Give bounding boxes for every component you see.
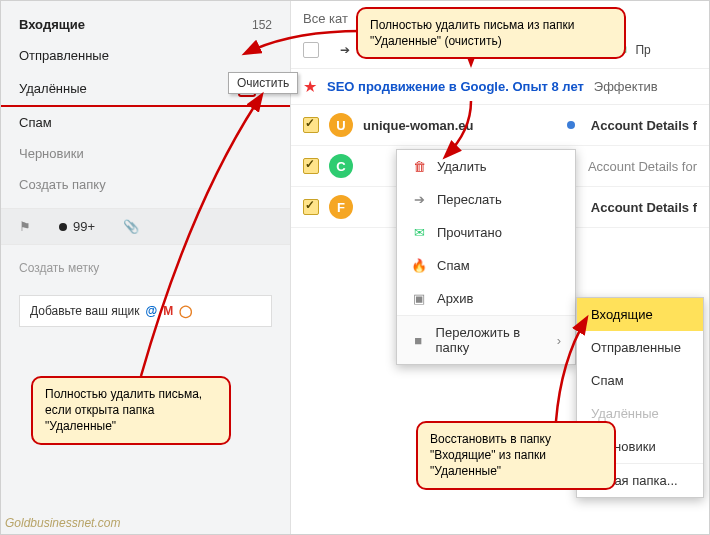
folder-create[interactable]: Создать папку <box>1 169 290 200</box>
folder-inbox[interactable]: Входящие 152 <box>1 9 290 40</box>
create-label[interactable]: Создать метку <box>1 245 290 291</box>
sender: unique-woman.eu <box>363 118 503 133</box>
folder-drafts[interactable]: Черновики <box>1 138 290 169</box>
subject: Account Details for <box>588 159 697 174</box>
sidebar-tags: ⚑ 99+ 📎 <box>1 208 290 245</box>
forward-icon: ➔ <box>411 192 427 207</box>
context-menu: 🗑Удалить ➔Переслать ✉Прочитано 🔥Спам ▣Ар… <box>396 149 576 365</box>
menu-archive[interactable]: ▣Архив <box>397 282 575 315</box>
fire-icon: 🔥 <box>411 258 427 273</box>
add-mailbox[interactable]: Добавьте ваш ящик @ M ◯ <box>19 295 272 327</box>
row-checkbox[interactable] <box>303 117 319 133</box>
avatar: C <box>329 154 353 178</box>
watermark: Goldbusinessnet.com <box>5 516 120 530</box>
row-checkbox[interactable] <box>303 158 319 174</box>
unread-badge[interactable]: 99+ <box>59 219 95 234</box>
avatar: U <box>329 113 353 137</box>
subject: Account Details f <box>591 200 697 215</box>
clear-tooltip: Очистить <box>228 72 298 94</box>
unread-dot-icon <box>567 121 575 129</box>
archive-icon: ▣ <box>411 291 427 306</box>
trash-icon: 🗑 <box>411 159 427 174</box>
folder-spam[interactable]: Спам <box>1 107 290 138</box>
gmail-icon: M <box>163 304 173 318</box>
mail-icon: ✉ <box>411 225 427 240</box>
forward-icon: ➔ <box>337 43 353 57</box>
submenu-spam[interactable]: Спам <box>577 364 703 397</box>
chevron-right-icon: › <box>557 333 561 348</box>
message-row[interactable]: U unique-woman.eu Account Details f <box>291 105 709 146</box>
folder-label: Отправленные <box>19 48 109 63</box>
folder-label: Черновики <box>19 146 84 161</box>
promo-tail: Эффектив <box>594 79 658 94</box>
menu-delete[interactable]: 🗑Удалить <box>397 150 575 183</box>
tab-all[interactable]: Все кат <box>303 11 348 26</box>
folder-label: Создать папку <box>19 177 106 192</box>
annotation-2: Полностью удалить письма, если открыта п… <box>31 376 231 445</box>
flag-icon[interactable]: ⚑ <box>19 219 31 234</box>
avatar: F <box>329 195 353 219</box>
submenu-sent[interactable]: Отправленные <box>577 331 703 364</box>
folder-icon: ■ <box>411 333 426 348</box>
submenu-inbox[interactable]: Входящие <box>577 298 703 331</box>
promo-link[interactable]: SEO продвижение в Google. Опыт 8 лет <box>327 79 584 94</box>
star-icon[interactable]: ★ <box>303 77 317 96</box>
select-all-checkbox[interactable] <box>303 42 319 58</box>
menu-move[interactable]: ■Переложить в папку› <box>397 315 575 364</box>
annotation-1: Полностью удалить письма из папки "Удале… <box>356 7 626 59</box>
subject: Account Details f <box>591 118 697 133</box>
dot-icon <box>59 223 67 231</box>
attachment-icon[interactable]: 📎 <box>123 219 139 234</box>
menu-forward[interactable]: ➔Переслать <box>397 183 575 216</box>
folder-label: Входящие <box>19 17 85 32</box>
folder-label: Удалённые <box>19 81 87 96</box>
folder-label: Спам <box>19 115 52 130</box>
folder-sent[interactable]: Отправленные <box>1 40 290 71</box>
service-icon: ◯ <box>179 304 192 318</box>
promo-row[interactable]: ★ SEO продвижение в Google. Опыт 8 лет Э… <box>291 69 709 105</box>
annotation-3: Восстановить в папку "Входящие" из папки… <box>416 421 616 490</box>
menu-read[interactable]: ✉Прочитано <box>397 216 575 249</box>
at-icon: @ <box>145 304 157 318</box>
row-checkbox[interactable] <box>303 199 319 215</box>
folder-count: 152 <box>252 18 272 32</box>
menu-spam[interactable]: 🔥Спам <box>397 249 575 282</box>
add-mailbox-label: Добавьте ваш ящик <box>30 304 139 318</box>
